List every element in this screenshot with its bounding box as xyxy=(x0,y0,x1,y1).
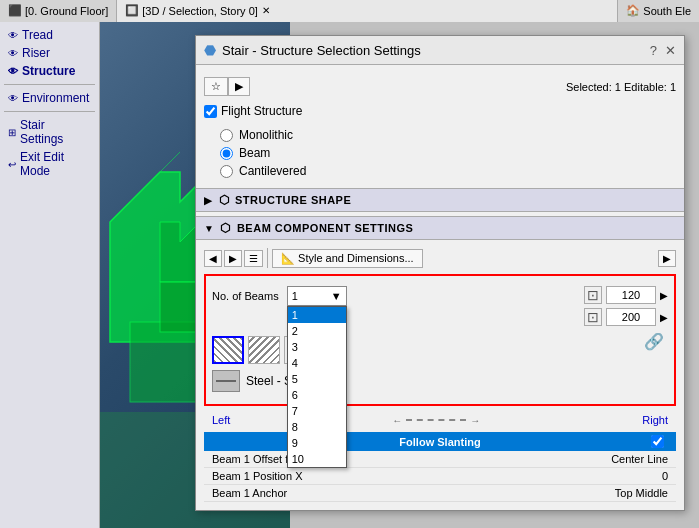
structure-shape-section[interactable]: ▶ ⬡ STRUCTURE SHAPE xyxy=(196,188,684,212)
star-icon: ☆ xyxy=(211,80,221,92)
dialog-icon: ⬣ xyxy=(204,42,216,58)
radio-monolithic: Monolithic xyxy=(220,126,660,144)
tab-3d-icon: 🔲 xyxy=(125,4,139,17)
beams-area: No. of Beams 1 ▼ 1 2 3 4 xyxy=(212,282,668,398)
beam1-offset-row: Beam 1 Offset from Center Line xyxy=(204,451,676,468)
lock-icon: 🔗 xyxy=(644,332,664,351)
list-button[interactable]: ☰ xyxy=(244,250,263,267)
prev-button[interactable]: ◀ xyxy=(204,250,222,267)
beam1-position-label: Beam 1 Position X xyxy=(212,470,662,482)
tab-3d[interactable]: 🔲 [3D / Selection, Story 0] ✕ xyxy=(117,0,618,22)
dialog-structure-settings: ⬣ Stair - Structure Selection Settings ?… xyxy=(195,35,685,511)
beam-component-arrow: ▼ xyxy=(204,223,214,234)
radio-cantilevered-input[interactable] xyxy=(220,165,233,178)
dropdown-arrow: ▼ xyxy=(331,290,342,302)
beam1-anchor-value: Top Middle xyxy=(615,487,668,499)
sidebar-item-exit[interactable]: ↩ Exit Edit Mode xyxy=(4,148,95,180)
top-bar: ⬛ [0. Ground Floor] 🔲 [3D / Selection, S… xyxy=(0,0,699,22)
style-dimensions-button[interactable]: 📐 Style and Dimensions... xyxy=(272,249,423,268)
favorite-button[interactable]: ☆ xyxy=(204,77,228,96)
sidebar-item-riser[interactable]: 👁 Riser xyxy=(4,44,95,62)
radio-cantilevered: Cantilevered xyxy=(220,162,660,180)
structure-shape-label: STRUCTURE SHAPE xyxy=(235,194,351,206)
material-icon xyxy=(212,370,240,392)
dropdown-item-3[interactable]: 3 xyxy=(288,339,346,355)
dropdown-list: 1 2 3 4 5 6 7 8 9 10 xyxy=(287,306,347,468)
close-button[interactable]: ✕ xyxy=(665,43,676,58)
dropdown-item-9[interactable]: 9 xyxy=(288,435,346,451)
beam-icon-stripe1[interactable] xyxy=(212,336,244,364)
beams-right: ⊡ ▶ ⊡ ▶ 🔗 xyxy=(584,286,668,351)
beam-component-section[interactable]: ▼ ⬡ BEAM COMPONENT SETTINGS xyxy=(196,216,684,240)
next-button[interactable]: ▶ xyxy=(224,250,242,267)
beam1-anchor-label: Beam 1 Anchor xyxy=(212,487,615,499)
follow-slanting-checkbox[interactable] xyxy=(651,435,664,448)
beams-left: No. of Beams 1 ▼ 1 2 3 4 xyxy=(212,286,576,394)
radio-monolithic-input[interactable] xyxy=(220,129,233,142)
dialog-title-bar: ⬣ Stair - Structure Selection Settings ?… xyxy=(196,36,684,65)
dim-input-1[interactable] xyxy=(606,286,656,304)
sidebar-environment-label: Environment xyxy=(22,91,89,105)
settings-icon: ⊞ xyxy=(8,127,16,138)
beam1-anchor-row: Beam 1 Anchor Top Middle xyxy=(204,485,676,502)
sidebar-divider-2 xyxy=(4,111,95,112)
dropdown-item-7[interactable]: 7 xyxy=(288,403,346,419)
flight-structure-row: Flight Structure xyxy=(204,100,676,122)
left-label: Left xyxy=(212,414,230,426)
radio-beam-input[interactable] xyxy=(220,147,233,160)
arrow-button[interactable]: ▶ xyxy=(228,77,250,96)
beam-label: Beam xyxy=(239,146,270,160)
follow-right xyxy=(516,435,668,448)
beams-dropdown[interactable]: 1 ▼ 1 2 3 4 5 6 7 xyxy=(287,286,347,306)
right-arrow-button[interactable]: ▶ xyxy=(658,250,676,267)
sidebar-item-tread[interactable]: 👁 Tread xyxy=(4,26,95,44)
sidebar-item-stair-settings[interactable]: ⊞ Stair Settings xyxy=(4,116,95,148)
beam1-offset-value: Center Line xyxy=(611,453,668,465)
tab-3d-label: [3D / Selection, Story 0] xyxy=(142,5,258,17)
sidebar-stair-settings-label: Stair Settings xyxy=(20,118,91,146)
tab-floor-label: [0. Ground Floor] xyxy=(25,5,108,17)
monolithic-label: Monolithic xyxy=(239,128,293,142)
sidebar-structure-label: Structure xyxy=(22,64,75,78)
follow-slanting-label: Follow Slanting xyxy=(364,436,516,448)
dim-input-2[interactable] xyxy=(606,308,656,326)
dropdown-item-10[interactable]: 10 xyxy=(288,451,346,467)
dim-icon-1: ⊡ xyxy=(584,286,602,304)
dim-arrow-2[interactable]: ▶ xyxy=(660,312,668,323)
dashed-line xyxy=(406,419,466,421)
right-arrow-icon: → xyxy=(470,415,480,426)
dim-row-1: ⊡ ▶ xyxy=(584,286,668,304)
material-row: Steel - Structural xyxy=(212,368,576,394)
sidebar-item-structure[interactable]: 👁 Structure xyxy=(4,62,95,80)
toolbar-row: ☆ ▶ Selected: 1 Editable: 1 xyxy=(204,73,676,100)
dim-arrow-1[interactable]: ▶ xyxy=(660,290,668,301)
sidebar-tread-label: Tread xyxy=(22,28,53,42)
structure-shape-arrow: ▶ xyxy=(204,195,213,206)
beam-icon-stripe2[interactable] xyxy=(248,336,280,364)
eye-icon-structure: 👁 xyxy=(8,66,18,77)
dropdown-item-2[interactable]: 2 xyxy=(288,323,346,339)
dialog-title-text: Stair - Structure Selection Settings xyxy=(222,43,650,58)
dropdown-item-1[interactable]: 1 xyxy=(288,307,346,323)
tab-floor[interactable]: ⬛ [0. Ground Floor] xyxy=(0,0,117,22)
beam-toolbar-separator xyxy=(267,248,268,268)
dropdown-item-6[interactable]: 6 xyxy=(288,387,346,403)
sidebar-item-environment[interactable]: 👁 Environment xyxy=(4,89,95,107)
dropdown-item-4[interactable]: 4 xyxy=(288,355,346,371)
beam-component-label: BEAM COMPONENT SETTINGS xyxy=(237,222,414,234)
dropdown-trigger[interactable]: 1 ▼ xyxy=(287,286,347,306)
cantilevered-label: Cantilevered xyxy=(239,164,306,178)
radio-beam: Beam xyxy=(220,144,660,162)
help-button[interactable]: ? xyxy=(650,43,657,58)
dropdown-item-8[interactable]: 8 xyxy=(288,419,346,435)
exit-icon: ↩ xyxy=(8,159,16,170)
dropdown-item-5[interactable]: 5 xyxy=(288,371,346,387)
tab-close-icon[interactable]: ✕ xyxy=(262,5,270,16)
left-right-row: Left ← → Right xyxy=(204,408,676,432)
beam1-position-value: 0 xyxy=(662,470,668,482)
eye-icon-environment: 👁 xyxy=(8,93,18,104)
flight-structure-checkbox[interactable] xyxy=(204,105,217,118)
tab-south[interactable]: 🏠 South Ele xyxy=(618,0,699,22)
radio-group: Monolithic Beam Cantilevered xyxy=(204,122,676,184)
style-btn-label: Style and Dimensions... xyxy=(298,252,414,264)
